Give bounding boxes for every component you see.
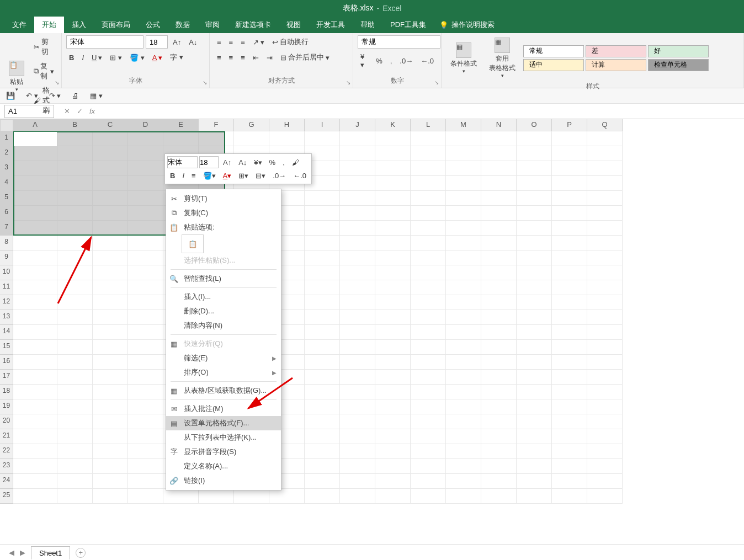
cell-I22[interactable] [305,444,340,459]
menu-PDF工具集[interactable]: PDF工具集 [382,17,434,33]
cell-K15[interactable] [375,340,411,355]
cell-style-适中[interactable]: 适中 [523,59,584,71]
cell-K19[interactable] [375,399,411,414]
cell-I20[interactable] [305,414,340,429]
cell-C8[interactable] [93,236,128,250]
ctx-清除内容(N)[interactable]: 清除内容(N) [166,318,281,333]
cell-B19[interactable] [57,399,93,414]
cell-K22[interactable] [375,444,411,459]
cell-Q16[interactable] [587,355,623,370]
cell-Q20[interactable] [587,414,623,429]
cell-C1[interactable] [93,131,128,146]
cell-I12[interactable] [305,295,340,310]
cell-A3[interactable] [13,161,57,176]
cell-M17[interactable] [446,370,481,385]
cell-I8[interactable] [305,236,340,250]
add-sheet-button[interactable]: + [76,548,86,558]
select-all-corner[interactable] [0,119,13,131]
cell-D20[interactable] [128,414,163,429]
cell-J7[interactable] [340,221,375,236]
cell-I9[interactable] [305,250,340,265]
cell-Q13[interactable] [587,310,623,325]
row-header-1[interactable]: 1 [0,131,13,146]
col-header-H[interactable]: H [269,119,305,131]
row-header-23[interactable]: 23 [0,459,13,474]
mini-bold[interactable]: B [167,170,178,182]
formula-bar-input[interactable] [100,105,744,118]
cell-B17[interactable] [57,370,93,385]
cell-L8[interactable] [411,236,446,250]
cell-O2[interactable] [517,146,552,161]
cell-O15[interactable] [517,340,552,355]
align-top-button[interactable]: ≡ [214,36,224,48]
cell-Q17[interactable] [587,370,623,385]
cell-Q23[interactable] [587,459,623,474]
cell-I11[interactable] [305,280,340,295]
cell-K11[interactable] [375,280,411,295]
cell-L24[interactable] [411,474,446,489]
col-header-P[interactable]: P [552,119,587,131]
cell-style-好[interactable]: 好 [648,45,709,57]
mini-dec2[interactable]: ←.0 [290,170,309,182]
cell-P16[interactable] [552,355,587,370]
merge-button[interactable]: ⊟ 合并后居中 ▾ [278,51,332,64]
cell-Q4[interactable] [587,176,623,191]
cell-A2[interactable] [13,146,57,161]
cell-P14[interactable] [552,325,587,340]
cell-K6[interactable] [375,206,411,221]
cell-B9[interactable] [57,250,93,265]
cell-E1[interactable] [163,131,199,146]
cell-B7[interactable] [57,221,93,236]
cell-Q1[interactable] [587,131,623,146]
cell-A22[interactable] [13,444,57,459]
cell-J5[interactable] [340,191,375,206]
cell-M2[interactable] [446,146,481,161]
cell-L25[interactable] [411,489,446,504]
cell-N2[interactable] [481,146,517,161]
mini-italic[interactable]: I [179,170,187,182]
cell-N3[interactable] [481,161,517,176]
cell-B14[interactable] [57,325,93,340]
shrink-font-button[interactable]: A↓ [186,36,200,48]
cell-O9[interactable] [517,250,552,265]
cell-K17[interactable] [375,370,411,385]
cell-P19[interactable] [552,399,587,414]
row-header-14[interactable]: 14 [0,325,13,340]
col-header-G[interactable]: G [234,119,269,131]
wrap-text-button[interactable]: ↩ 自动换行 [269,35,311,49]
cell-K24[interactable] [375,474,411,489]
cell-Q14[interactable] [587,325,623,340]
cell-O25[interactable] [517,489,552,504]
row-header-19[interactable]: 19 [0,399,13,414]
painter-button[interactable]: 🖌 格式刷 [31,84,57,117]
cell-P22[interactable] [552,444,587,459]
cell-P2[interactable] [552,146,587,161]
cell-M15[interactable] [446,340,481,355]
cell-C11[interactable] [93,280,128,295]
row-header-25[interactable]: 25 [0,489,13,504]
cell-P21[interactable] [552,429,587,444]
cell-D11[interactable] [128,280,163,295]
cell-J10[interactable] [340,265,375,280]
cell-I5[interactable] [305,191,340,206]
cell-B6[interactable] [57,206,93,221]
cell-O23[interactable] [517,459,552,474]
menu-帮助[interactable]: 帮助 [353,17,382,33]
cell-D17[interactable] [128,370,163,385]
cell-A1[interactable] [13,131,57,146]
cell-O7[interactable] [517,221,552,236]
col-header-C[interactable]: C [93,119,128,131]
row-header-13[interactable]: 13 [0,310,13,325]
cell-B24[interactable] [57,474,93,489]
cell-O21[interactable] [517,429,552,444]
cell-D19[interactable] [128,399,163,414]
indent-inc-button[interactable]: ⇥ [264,52,275,63]
cell-J24[interactable] [340,474,375,489]
cell-Q6[interactable] [587,206,623,221]
col-header-N[interactable]: N [481,119,517,131]
row-header-12[interactable]: 12 [0,295,13,310]
cell-L21[interactable] [411,429,446,444]
cell-A16[interactable] [13,355,57,370]
cell-M12[interactable] [446,295,481,310]
worksheet-grid[interactable]: ABCDEFGHIJKLMNOPQ 1234567891011121314151… [0,119,744,504]
